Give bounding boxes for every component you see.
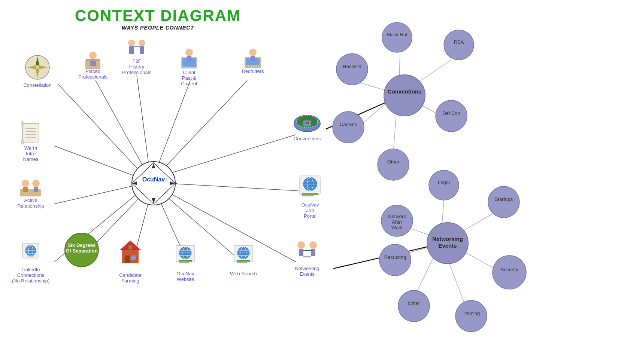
svg-point-173 [429, 170, 459, 200]
svg-line-11 [159, 190, 242, 262]
svg-text:Of Separation: Of Separation [66, 248, 97, 254]
svg-text:CanSec: CanSec [340, 122, 357, 127]
svg-text:Client: Client [183, 70, 196, 75]
main-title: CONTEXT DIAGRAM [75, 7, 241, 25]
svg-text:OcuNav: OcuNav [177, 271, 194, 276]
svg-point-49 [128, 40, 135, 46]
svg-point-164 [378, 149, 409, 180]
svg-rect-104 [131, 256, 136, 260]
svg-rect-145 [299, 249, 303, 256]
svg-point-41 [35, 65, 40, 70]
svg-text:LinkedIn: LinkedIn [21, 267, 40, 272]
svg-text:Training: Training [463, 311, 480, 316]
svg-point-181 [398, 290, 430, 322]
svg-rect-60 [187, 56, 191, 61]
svg-text:Warm: Warm [24, 145, 37, 151]
svg-text:Recruiting: Recruiting [384, 254, 406, 260]
svg-rect-124 [237, 260, 250, 261]
svg-text:Professionals: Professionals [78, 74, 108, 80]
svg-text:Constellation: Constellation [23, 82, 51, 88]
svg-text:(No Relationship): (No Relationship) [12, 278, 49, 284]
svg-rect-46 [86, 59, 100, 61]
svg-text:OcuNav: OcuNav [142, 176, 165, 183]
svg-text:Startups: Startups [495, 196, 513, 202]
svg-point-82 [32, 180, 40, 187]
svg-text:Current: Current [181, 81, 197, 86]
svg-line-1 [96, 80, 148, 175]
svg-text:Other: Other [408, 300, 420, 306]
svg-text:Web Search: Web Search [230, 271, 257, 276]
svg-text:Intro: Intro [26, 151, 36, 156]
svg-point-179 [493, 256, 526, 289]
svg-text:Conventions: Conventions [388, 88, 422, 95]
svg-text:Networking: Networking [295, 266, 319, 271]
svg-marker-102 [128, 245, 132, 250]
svg-text:Candidate: Candidate [119, 272, 141, 278]
svg-point-75 [21, 140, 24, 144]
svg-text:Relationship: Relationship [17, 203, 44, 209]
svg-text:OcuNav: OcuNav [302, 202, 319, 208]
svg-point-183 [455, 300, 487, 332]
svg-point-156 [444, 30, 474, 60]
svg-text:Past &: Past & [182, 75, 197, 81]
svg-point-162 [436, 100, 467, 132]
svg-point-152 [384, 75, 425, 116]
svg-point-66 [249, 49, 257, 56]
svg-point-144 [297, 241, 305, 249]
svg-rect-131 [306, 122, 309, 124]
svg-point-44 [89, 52, 97, 59]
svg-text:Connections: Connections [17, 272, 45, 278]
svg-rect-114 [179, 260, 192, 261]
svg-rect-139 [302, 193, 318, 195]
svg-text:Conventions: Conventions [294, 136, 321, 141]
svg-rect-52 [140, 46, 144, 54]
svg-point-160 [333, 111, 364, 143]
svg-rect-115 [179, 262, 189, 263]
svg-rect-50 [129, 46, 134, 54]
context-diagram: OcuNav Constellation Placed Professional… [0, 0, 618, 364]
title-area: CONTEXT DIAGRAM WAYS PEOPLE CONNECT [75, 7, 241, 31]
svg-rect-125 [237, 262, 247, 263]
svg-text:Recruiters: Recruiters [242, 68, 264, 74]
svg-rect-101 [122, 250, 139, 263]
svg-text:Legal: Legal [438, 180, 450, 185]
svg-point-80 [22, 180, 29, 187]
svg-rect-81 [23, 187, 28, 192]
svg-text:Network: Network [388, 214, 406, 219]
svg-text:History: History [129, 64, 145, 70]
svg-point-146 [309, 241, 317, 249]
svg-text:Other: Other [387, 159, 400, 165]
svg-point-175 [488, 186, 519, 218]
svg-rect-103 [125, 256, 130, 263]
svg-text:After: After [392, 219, 402, 225]
svg-line-5 [54, 146, 144, 180]
svg-rect-147 [311, 249, 315, 256]
svg-text:Portal: Portal [304, 213, 316, 219]
svg-line-12 [164, 135, 296, 175]
svg-text:Events: Events [438, 242, 457, 249]
svg-text:Black Hat: Black Hat [387, 32, 408, 37]
svg-text:Website: Website [177, 276, 194, 282]
svg-text:Def Con: Def Con [442, 110, 460, 116]
svg-text:Placed: Placed [85, 68, 100, 74]
svg-point-74 [21, 121, 24, 126]
svg-text:Networking: Networking [432, 236, 463, 242]
svg-line-3 [155, 80, 190, 172]
svg-line-6 [54, 183, 144, 204]
svg-text:Job: Job [306, 208, 314, 213]
svg-text:Events: Events [300, 271, 315, 277]
svg-text:F2F: F2F [132, 58, 141, 64]
svg-point-154 [382, 22, 412, 52]
svg-rect-83 [34, 187, 38, 192]
svg-rect-149 [303, 256, 311, 257]
svg-text:RSA: RSA [454, 39, 464, 45]
svg-text:Security: Security [501, 267, 518, 272]
svg-text:Work: Work [391, 225, 403, 230]
svg-text:Farming: Farming [121, 278, 139, 284]
svg-point-51 [139, 40, 145, 46]
svg-point-158 [336, 53, 368, 85]
svg-text:Professionals: Professionals [122, 70, 152, 75]
svg-rect-140 [302, 195, 314, 196]
svg-text:Names: Names [23, 156, 39, 162]
svg-text:Active: Active [24, 198, 37, 203]
